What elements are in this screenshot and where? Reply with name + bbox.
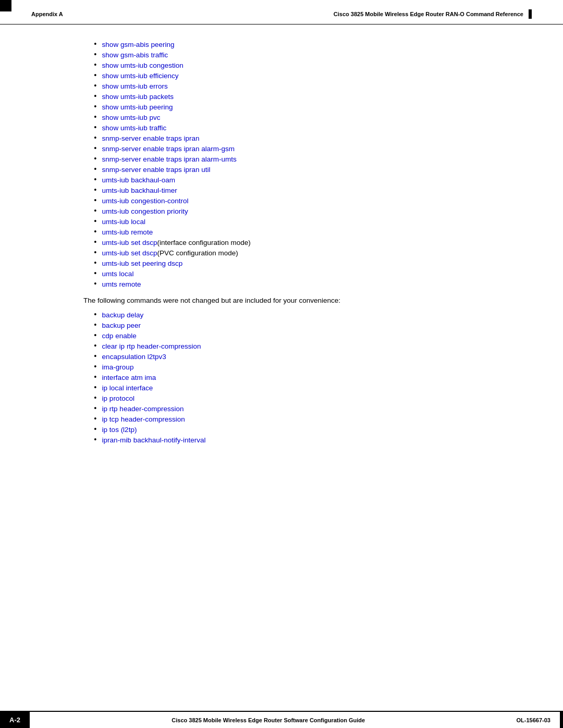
bullet-dot: • bbox=[94, 384, 97, 392]
list-item-link[interactable]: cdp enable bbox=[102, 332, 137, 340]
list-item-link[interactable]: snmp-server enable traps ipran alarm-umt… bbox=[102, 155, 237, 163]
list-item-link[interactable]: show umts-iub efficiency bbox=[102, 72, 179, 80]
list-item: •umts-iub congestion-control bbox=[83, 196, 480, 205]
bullet-dot: • bbox=[94, 238, 97, 246]
list-item-link[interactable]: snmp-server enable traps ipran alarm-gsm bbox=[102, 145, 235, 153]
bullet-dot: • bbox=[94, 373, 97, 381]
list-item: •cdp enable bbox=[83, 331, 480, 340]
list-item: •umts-iub set peering dscp bbox=[83, 259, 480, 267]
list-item-link[interactable]: ipran-mib backhaul-notify-interval bbox=[102, 436, 206, 444]
bullet-dot: • bbox=[94, 259, 97, 267]
list-item: •interface atm ima bbox=[83, 373, 480, 381]
list-item-link[interactable]: umts-iub set dscp bbox=[102, 239, 157, 246]
list-item-link[interactable]: snmp-server enable traps ipran bbox=[102, 134, 200, 142]
bullet-dot: • bbox=[94, 71, 97, 80]
footer-bar bbox=[560, 712, 563, 728]
bullet-dot: • bbox=[94, 331, 97, 340]
main-content: •show gsm-abis peering•show gsm-abis tra… bbox=[0, 24, 563, 473]
footer-page-label: A-2 bbox=[0, 712, 30, 728]
list-item: •show umts-iub peering bbox=[83, 103, 480, 111]
list-item: •show umts-iub errors bbox=[83, 82, 480, 90]
bullet-dot: • bbox=[94, 217, 97, 226]
list-item-link[interactable]: show umts-iub traffic bbox=[102, 124, 167, 132]
list-item-link[interactable]: ip tcp header-compression bbox=[102, 415, 185, 423]
list-item-link[interactable]: umts-iub backhaul-timer bbox=[102, 187, 177, 194]
bullet-list-1: •show gsm-abis peering•show gsm-abis tra… bbox=[83, 40, 480, 288]
bullet-dot: • bbox=[94, 415, 97, 423]
page-footer: A-2 Cisco 3825 Mobile Wireless Edge Rout… bbox=[0, 711, 563, 728]
list-item: •umts-iub remote bbox=[83, 228, 480, 236]
bullet-dot: • bbox=[94, 394, 97, 402]
list-item-link[interactable]: show umts-iub errors bbox=[102, 82, 168, 90]
bullet-dot: • bbox=[94, 61, 97, 69]
bullet-dot: • bbox=[94, 280, 97, 288]
top-black-square bbox=[0, 0, 11, 11]
list-item: •show umts-iub pvc bbox=[83, 113, 480, 121]
list-item-link[interactable]: umts remote bbox=[102, 280, 141, 288]
bullet-dot: • bbox=[94, 82, 97, 90]
list-item: •umts-iub set dscp (interface configurat… bbox=[83, 238, 480, 246]
footer-doc-number: OL-15667-03 bbox=[507, 712, 560, 728]
list-item-link[interactable]: backup delay bbox=[102, 311, 144, 319]
list-item: •encapsulation l2tpv3 bbox=[83, 352, 480, 361]
bullet-dot: • bbox=[94, 155, 97, 163]
list-item-link[interactable]: umts-iub set peering dscp bbox=[102, 260, 183, 267]
list-item-link[interactable]: show umts-iub packets bbox=[102, 93, 174, 101]
list-item-link[interactable]: show umts-iub peering bbox=[102, 103, 173, 111]
list-item-link[interactable]: umts-iub backhaul-oam bbox=[102, 176, 175, 184]
bullet-dot: • bbox=[94, 404, 97, 413]
list-item: •ipran-mib backhaul-notify-interval bbox=[83, 436, 480, 444]
list-item-link[interactable]: ip tos (l2tp) bbox=[102, 426, 137, 434]
bullet-dot: • bbox=[94, 176, 97, 184]
bullet-dot: • bbox=[94, 352, 97, 361]
list-item: •snmp-server enable traps ipran alarm-um… bbox=[83, 155, 480, 163]
list-item: •ima-group bbox=[83, 363, 480, 371]
list-item: •snmp-server enable traps ipran bbox=[83, 134, 480, 142]
list-item: •show umts-iub traffic bbox=[83, 124, 480, 132]
bullet-dot: • bbox=[94, 134, 97, 142]
bullet-dot: • bbox=[94, 425, 97, 434]
list-item: •snmp-server enable traps ipran util bbox=[83, 165, 480, 174]
list-item-link[interactable]: umts-iub set dscp bbox=[102, 249, 157, 257]
list-item-link[interactable]: snmp-server enable traps ipran util bbox=[102, 166, 211, 174]
list-item-link[interactable]: show gsm-abis traffic bbox=[102, 51, 168, 59]
header-right: Cisco 3825 Mobile Wireless Edge Router R… bbox=[334, 9, 532, 19]
list-item-link[interactable]: interface atm ima bbox=[102, 374, 156, 381]
list-item-link[interactable]: ip protocol bbox=[102, 394, 134, 402]
list-item: •backup peer bbox=[83, 321, 480, 329]
bullet-dot: • bbox=[94, 363, 97, 371]
bullet-dot: • bbox=[94, 40, 97, 48]
list-item: •snmp-server enable traps ipran alarm-gs… bbox=[83, 144, 480, 153]
list-item-link[interactable]: umts local bbox=[102, 270, 134, 278]
list-item: •ip protocol bbox=[83, 394, 480, 402]
list-item-link[interactable]: show umts-iub pvc bbox=[102, 114, 161, 121]
bullet-dot: • bbox=[94, 342, 97, 350]
list-item-link[interactable]: show gsm-abis peering bbox=[102, 41, 175, 48]
list-item: •ip tos (l2tp) bbox=[83, 425, 480, 434]
list-item-link[interactable]: show umts-iub congestion bbox=[102, 61, 183, 69]
list-item-link[interactable]: encapsulation l2tpv3 bbox=[102, 353, 166, 361]
bullet-dot: • bbox=[94, 311, 97, 319]
list-item-link[interactable]: umts-iub local bbox=[102, 218, 145, 226]
list-item-link[interactable]: umts-iub congestion priority bbox=[102, 207, 188, 215]
list-item-link[interactable]: ip rtp header-compression bbox=[102, 405, 184, 413]
list-item-link[interactable]: clear ip rtp header-compression bbox=[102, 342, 201, 350]
bullet-dot: • bbox=[94, 144, 97, 153]
list-item: •ip rtp header-compression bbox=[83, 404, 480, 413]
footer-center-text: Cisco 3825 Mobile Wireless Edge Router S… bbox=[30, 712, 507, 728]
list-item-suffix: (interface configuration mode) bbox=[157, 239, 250, 246]
list-item-link[interactable]: ima-group bbox=[102, 363, 134, 371]
list-item: •show gsm-abis peering bbox=[83, 40, 480, 48]
list-item-link[interactable]: ip local interface bbox=[102, 384, 153, 392]
paragraph-text: The following commands were not changed … bbox=[83, 297, 480, 304]
bullet-dot: • bbox=[94, 124, 97, 132]
bullet-list-2: •backup delay•backup peer•cdp enable•cle… bbox=[83, 311, 480, 444]
list-item-link[interactable]: umts-iub congestion-control bbox=[102, 197, 189, 205]
list-item-link[interactable]: umts-iub remote bbox=[102, 228, 153, 236]
list-item-link[interactable]: backup peer bbox=[102, 322, 141, 329]
bullet-dot: • bbox=[94, 186, 97, 194]
list-item: •umts-iub congestion priority bbox=[83, 207, 480, 215]
list-item: •ip tcp header-compression bbox=[83, 415, 480, 423]
bullet-dot: • bbox=[94, 92, 97, 101]
list-item: •umts-iub backhaul-timer bbox=[83, 186, 480, 194]
